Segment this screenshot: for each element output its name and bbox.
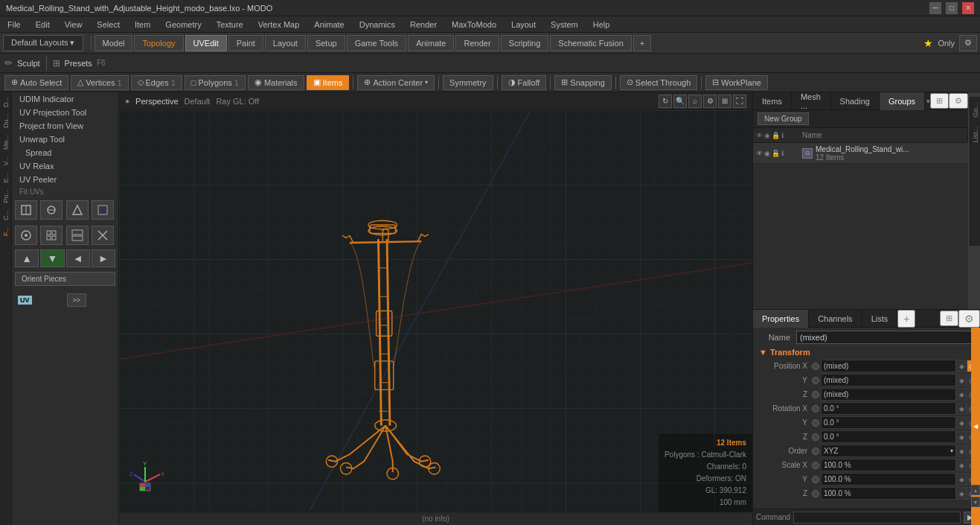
menu-layout[interactable]: Layout <box>504 19 543 31</box>
scale-y-btn[interactable]: ◈ <box>956 473 967 486</box>
menu-maxtomode[interactable]: MaxToModo <box>444 19 504 31</box>
right-tab-mesh[interactable]: Mesh ... <box>792 92 831 110</box>
symmetry-button[interactable]: Symmetry <box>443 75 493 90</box>
materials-button[interactable]: ◉ Materials <box>248 75 304 90</box>
prop-expand-down-button[interactable]: ▼ <box>971 497 980 507</box>
tool-icon-8[interactable] <box>92 226 114 245</box>
vertices-button[interactable]: △ Vertices 1 <box>71 75 128 90</box>
position-z-value[interactable]: (mixed) <box>821 388 956 401</box>
close-button[interactable]: ✕ <box>962 2 974 14</box>
tab-scripting[interactable]: Scripting <box>501 35 549 51</box>
position-z-btn[interactable]: ◈ <box>956 388 967 401</box>
command-input[interactable] <box>793 512 961 524</box>
menu-vertex-map[interactable]: Vertex Map <box>251 19 307 31</box>
tab-topology[interactable]: Topology <box>134 35 183 51</box>
auto-select-button[interactable]: ⊕ Auto Select <box>4 75 68 90</box>
menu-item[interactable]: Item <box>127 19 158 31</box>
prop-expand-up-button[interactable]: ▲ <box>971 485 980 495</box>
orient-pieces-button[interactable]: Orient Pieces <box>15 272 115 286</box>
scale-z-btn[interactable]: ◈ <box>956 487 967 500</box>
menu-file[interactable]: File <box>0 19 28 31</box>
tab-render[interactable]: Render <box>455 35 499 51</box>
prop-settings-button[interactable]: ⚙ <box>958 310 980 328</box>
snapping-button[interactable]: ⊞ Snapping <box>554 75 612 90</box>
side-strip-list[interactable]: List... <box>971 122 980 147</box>
arrow-left-button[interactable]: ◄ <box>66 249 90 267</box>
menu-render[interactable]: Render <box>403 19 444 31</box>
vp-zoom-button[interactable]: 🔍 <box>673 95 687 108</box>
position-y-btn[interactable]: ◈ <box>956 374 967 386</box>
menu-edit[interactable]: Edit <box>28 19 57 31</box>
right-tab-items[interactable]: Items <box>753 92 792 110</box>
rotation-z-value[interactable]: 0.0 ° <box>821 430 956 443</box>
scale-y-value[interactable]: 100.0 % <box>821 473 956 486</box>
transform-section[interactable]: ▼ Transform <box>753 346 980 359</box>
arrow-right-button[interactable]: ► <box>92 249 115 267</box>
viewport[interactable]: 12 Items Polygons : Catmull-Clark Channe… <box>119 110 752 512</box>
properties-expand-arrow[interactable]: ◀ <box>973 423 978 430</box>
group-item-0[interactable]: 👁 ◉ 🔓 ℹ G Medical_Rolling_Stand_wi... 12… <box>753 143 968 164</box>
uv-relax-tool[interactable]: UV Relax <box>12 159 118 173</box>
tab-model[interactable]: Model <box>95 35 133 51</box>
prop-name-value[interactable]: (mixed) <box>796 331 974 344</box>
tab-animate[interactable]: Animate <box>408 35 454 51</box>
edges-button[interactable]: ◇ Edges 1 <box>131 75 182 90</box>
scale-z-value[interactable]: 100.0 % <box>821 487 956 500</box>
position-x-value[interactable]: (mixed) <box>821 360 956 372</box>
falloff-button[interactable]: ◑ Falloff <box>502 75 547 90</box>
tool-icon-7[interactable] <box>66 226 89 245</box>
prop-tab-properties[interactable]: Properties <box>753 310 809 328</box>
vp-settings-button[interactable]: ⚙ <box>703 95 717 108</box>
rotation-y-value[interactable]: 0.0 ° <box>821 416 956 429</box>
maximize-button[interactable]: □ <box>946 2 958 14</box>
scale-x-value[interactable]: 100.0 % <box>821 459 956 471</box>
left-tab-d[interactable]: D... <box>1 94 10 110</box>
tab-schematic[interactable]: Schematic Fusion <box>550 35 631 51</box>
vp-search-button[interactable]: ⌕ <box>688 95 702 108</box>
spread-tool[interactable]: Spread <box>12 146 118 159</box>
menu-view[interactable]: View <box>57 19 90 31</box>
position-x-btn[interactable]: ◈ <box>956 360 967 372</box>
tool-icon-2[interactable] <box>40 200 63 220</box>
unwrap-tool[interactable]: Unwrap Tool <box>12 133 118 146</box>
prop-tab-channels[interactable]: Channels <box>809 310 862 328</box>
default-layouts-button[interactable]: Default Layouts ▾ <box>3 35 83 51</box>
rotation-z-btn[interactable]: ◈ <box>956 430 967 443</box>
tool-icon-6[interactable] <box>40 226 63 245</box>
select-through-button[interactable]: ⊙ Select Through <box>620 75 697 90</box>
tool-icon-5[interactable] <box>15 226 37 245</box>
side-strip-go[interactable]: Go... <box>971 98 980 122</box>
left-tab-f[interactable]: F... <box>1 224 10 239</box>
tool-icon-4[interactable] <box>92 200 114 220</box>
left-tab-du[interactable]: Du... <box>1 111 10 131</box>
uv-badge[interactable]: UV <box>18 296 32 305</box>
tool-icon-3[interactable] <box>66 200 89 220</box>
tab-add[interactable]: + <box>633 35 651 51</box>
prop-expand-button[interactable]: ⊞ <box>940 311 958 326</box>
prop-add-button[interactable]: + <box>897 310 915 328</box>
rotation-y-btn[interactable]: ◈ <box>956 416 967 429</box>
arrow-down-button[interactable]: ▼ <box>40 249 64 267</box>
menu-help[interactable]: Help <box>586 19 618 31</box>
tab-setup[interactable]: Setup <box>307 35 345 51</box>
rotation-x-btn[interactable]: ◈ <box>956 402 967 415</box>
left-tab-me[interactable]: Me... <box>1 132 10 153</box>
toolbar-settings-button[interactable]: ⚙ <box>959 35 977 51</box>
order-select[interactable]: XYZ ▾ <box>821 445 956 457</box>
order-btn[interactable]: ◈ <box>956 445 967 457</box>
udim-indicator-tool[interactable]: UDIM Indicator <box>12 92 118 106</box>
workplane-button[interactable]: ⊟ WorkPlane <box>705 75 768 90</box>
project-from-view-tool[interactable]: Project from View <box>12 119 118 133</box>
menu-system[interactable]: System <box>543 19 586 31</box>
uv-peeler-tool[interactable]: UV Peeler <box>12 173 118 186</box>
tab-game-tools[interactable]: Game Tools <box>347 35 407 51</box>
right-panel-expand-button[interactable]: ⊞ <box>930 93 949 109</box>
scale-x-btn[interactable]: ◈ <box>956 459 967 471</box>
menu-geometry[interactable]: Geometry <box>158 19 208 31</box>
vp-maximize-button[interactable]: ⊞ <box>718 95 731 108</box>
left-tab-c[interactable]: C... <box>1 207 10 223</box>
items-button[interactable]: ▣ Items <box>307 75 350 90</box>
minimize-button[interactable]: ─ <box>929 2 941 14</box>
menu-dynamics[interactable]: Dynamics <box>352 19 403 31</box>
tab-uvedit[interactable]: UVEdit <box>185 35 227 51</box>
